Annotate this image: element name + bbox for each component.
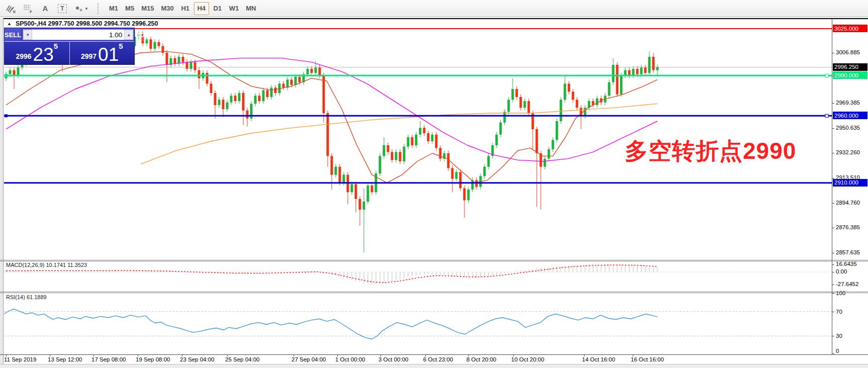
buy-price-pips: 01 (98, 46, 119, 64)
symbol-title: SP500-,H4 2997.750 2998.500 2994.750 299… (16, 20, 158, 27)
chart-header: ▲ SP500-,H4 2997.750 2998.500 2994.750 2… (7, 20, 158, 27)
sell-price-fraction: 5 (54, 43, 58, 50)
sell-price-pips: 23 (33, 46, 54, 64)
volume-up-button[interactable]: ▲ (124, 30, 133, 40)
buy-price-fraction: 5 (119, 43, 123, 50)
buy-price-handle: 2997 (81, 49, 97, 64)
one-click-trade-panel: SELL ▼ ▲ BUY 2996 23 5 2997 01 5 (4, 28, 135, 65)
chart-annotation-text: 多空转折点2990 (625, 136, 796, 167)
buy-button[interactable]: BUY (135, 28, 149, 41)
sell-price-handle: 2996 (16, 49, 31, 64)
volume-down-button[interactable]: ▼ (23, 30, 32, 40)
volume-stepper: ▼ ▲ (23, 29, 134, 40)
buy-price[interactable]: 2997 01 5 (70, 42, 135, 65)
sell-button[interactable]: SELL (5, 28, 21, 41)
sell-price[interactable]: 2996 23 5 (5, 42, 70, 65)
volume-input[interactable] (32, 30, 124, 40)
one-click-collapse-icon[interactable]: ▲ (7, 21, 12, 26)
